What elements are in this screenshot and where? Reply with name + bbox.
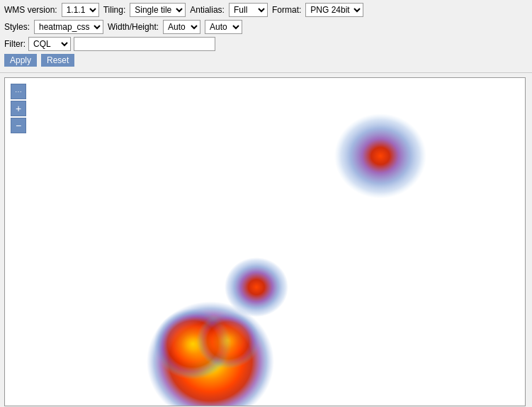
filter-type-select[interactable]: CQL OGC BBOX (28, 37, 71, 51)
toolbar: WMS version: 1.1.1 1.3.0 Tiling: Single … (0, 0, 532, 73)
filter-input[interactable] (74, 37, 215, 51)
svg-point-4 (196, 312, 260, 369)
tiling-select[interactable]: Single tile Tiled (130, 3, 186, 17)
format-select[interactable]: PNG 24bit PNG 8bit JPEG GIF (305, 3, 363, 17)
toolbar-buttons-row: Apply Reset (4, 54, 528, 67)
format-label: Format: (272, 5, 301, 15)
map-container: ⋯ + − (4, 77, 526, 406)
svg-point-0 (334, 113, 426, 199)
antialias-label: Antialias: (190, 5, 225, 15)
filter-row: Filter: CQL OGC BBOX (4, 37, 528, 51)
toolbar-row-1: WMS version: 1.1.1 1.3.0 Tiling: Single … (4, 3, 528, 17)
antialias-select[interactable]: Full None Text Gfx (229, 3, 268, 17)
filter-label: Filter: (4, 39, 26, 49)
heatmap-visualization (5, 78, 525, 406)
wms-version-label: WMS version: (4, 5, 57, 15)
width-height-label: Width/Height: (108, 22, 159, 32)
apply-button[interactable]: Apply (4, 54, 37, 67)
styles-select[interactable]: heatmap_css default (34, 20, 103, 34)
toolbar-row-2: Styles: heatmap_css default Width/Height… (4, 20, 528, 34)
reset-button[interactable]: Reset (41, 54, 74, 67)
height-select[interactable]: Auto 256 512 1024 (205, 20, 242, 34)
tiling-label: Tiling: (103, 5, 126, 15)
width-select[interactable]: Auto 256 512 1024 (163, 20, 200, 34)
styles-label: Styles: (4, 22, 30, 32)
wms-version-select[interactable]: 1.1.1 1.3.0 (62, 3, 99, 17)
